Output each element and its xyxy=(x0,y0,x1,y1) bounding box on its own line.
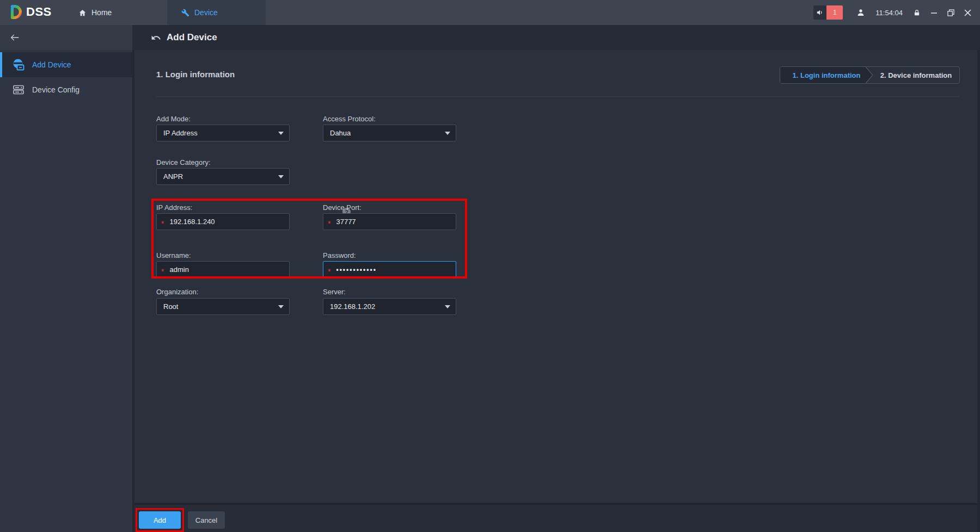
back-button[interactable] xyxy=(9,33,21,42)
add-device-icon xyxy=(11,58,26,72)
step-device-information[interactable]: 2. Device information xyxy=(873,67,959,83)
sidebar-item-label: Add Device xyxy=(32,60,71,69)
device-category-label: Device Category: xyxy=(156,158,211,166)
required-marker: * xyxy=(328,269,330,274)
chevron-down-icon xyxy=(278,305,284,308)
app-logo: DSS xyxy=(8,4,52,20)
access-protocol-select[interactable]: Dahua xyxy=(323,125,456,141)
section-title: 1. Login information xyxy=(156,70,235,79)
required-marker: * xyxy=(161,269,164,274)
device-port-label: Device Port: xyxy=(323,203,362,212)
add-mode-label: Add Mode: xyxy=(156,115,191,123)
alarm-control[interactable]: 1 xyxy=(813,5,843,20)
username-value: admin xyxy=(169,265,188,274)
organization-value: Root xyxy=(163,302,178,311)
alarm-count-badge: 1 xyxy=(826,5,843,20)
server-select[interactable]: 192.168.1.202 xyxy=(323,298,456,315)
password-masked-value: •••••••••••• xyxy=(336,266,376,274)
header-left xyxy=(0,25,132,50)
sidebar-item-add-device[interactable]: Add Device xyxy=(0,52,132,77)
username-label: Username: xyxy=(156,251,191,259)
device-category-value: ANPR xyxy=(163,172,183,181)
username-input[interactable]: * admin xyxy=(156,261,290,278)
sidebar-item-device-config[interactable]: Device Config xyxy=(0,77,132,102)
server-label: Server: xyxy=(323,288,346,296)
action-bar: Add Cancel xyxy=(134,503,977,532)
topbar: DSS Home Device 1 11:54:04 xyxy=(0,0,980,25)
lock-icon[interactable] xyxy=(913,9,921,17)
add-button[interactable]: Add xyxy=(139,511,181,529)
device-port-value: 37777 xyxy=(336,218,356,226)
ip-address-value: 192.168.1.240 xyxy=(169,218,215,226)
tab-home[interactable]: Home xyxy=(64,0,126,25)
chevron-down-icon xyxy=(278,175,284,178)
server-value: 192.168.1.202 xyxy=(330,302,375,311)
access-protocol-value: Dahua xyxy=(330,129,351,137)
tab-device[interactable]: Device xyxy=(167,0,266,25)
home-icon xyxy=(78,9,87,17)
minimize-button[interactable] xyxy=(930,9,938,16)
device-config-icon xyxy=(11,83,26,97)
dss-window: DSS Home Device 1 11:54:04 xyxy=(0,0,980,532)
step-indicator: 1. Login information 2. Device informati… xyxy=(780,66,960,84)
step-chevron-divider xyxy=(866,67,873,83)
chevron-down-icon xyxy=(445,132,450,135)
chevron-down-icon xyxy=(278,132,284,135)
main-panel: 1. Login information 1. Login informatio… xyxy=(134,50,977,532)
add-mode-select[interactable]: IP Address xyxy=(156,125,290,141)
annotation-highlight-add-button: Add xyxy=(136,508,184,532)
topbar-controls: 1 11:54:04 xyxy=(813,0,980,25)
access-protocol-label: Access Protocol: xyxy=(323,115,376,123)
tab-device-label: Device xyxy=(194,8,218,17)
close-button[interactable] xyxy=(964,9,971,16)
password-input[interactable]: * •••••••••••• xyxy=(323,261,456,278)
header-row: Add Device xyxy=(0,25,980,50)
section-divider xyxy=(156,96,959,97)
sidebar: Add Device Device Config xyxy=(0,50,132,532)
password-label: Password: xyxy=(323,251,356,259)
wrench-icon xyxy=(181,9,189,17)
step-label: 1. Login information xyxy=(793,71,861,79)
tab-home-label: Home xyxy=(91,8,112,17)
undo-icon[interactable] xyxy=(151,33,161,43)
speaker-icon xyxy=(813,5,826,20)
required-marker: * xyxy=(161,221,164,226)
device-port-input[interactable]: * 37777 xyxy=(323,213,456,230)
device-category-select[interactable]: ANPR xyxy=(156,168,290,185)
user-icon[interactable] xyxy=(856,8,865,17)
dss-logo-icon xyxy=(8,4,24,20)
clock-time: 11:54:04 xyxy=(875,9,903,17)
add-mode-value: IP Address xyxy=(163,129,198,137)
app-logo-text: DSS xyxy=(26,5,52,19)
ip-address-input[interactable]: * 192.168.1.240 xyxy=(156,213,290,230)
header-main: Add Device xyxy=(132,25,980,50)
organization-select[interactable]: Root xyxy=(156,298,290,315)
organization-label: Organization: xyxy=(156,288,198,296)
cancel-button[interactable]: Cancel xyxy=(188,511,225,529)
step-login-information[interactable]: 1. Login information xyxy=(780,67,873,83)
sidebar-item-label: Device Config xyxy=(32,85,79,94)
ip-address-label: IP Address: xyxy=(156,203,192,212)
page-title: Add Device xyxy=(167,32,217,43)
step-label: 2. Device information xyxy=(880,71,952,79)
required-marker: * xyxy=(328,221,330,226)
restore-button[interactable] xyxy=(947,9,954,16)
chevron-down-icon xyxy=(445,305,450,308)
